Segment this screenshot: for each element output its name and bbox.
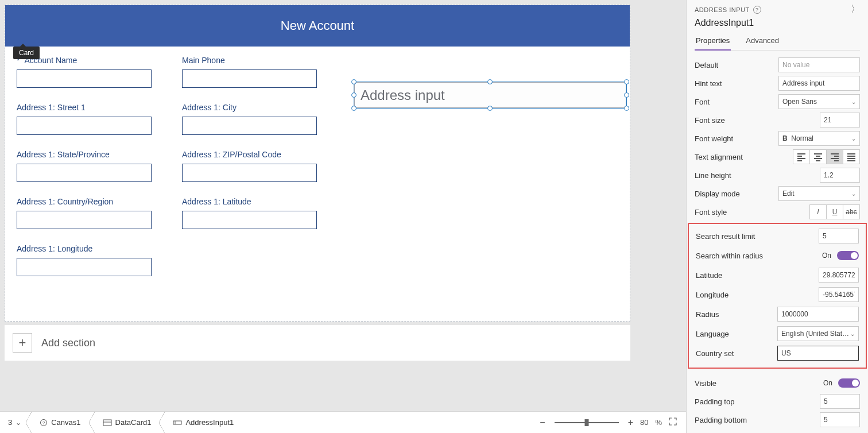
card-icon [103,419,112,426]
prop-displaymode-label: Display mode [695,190,778,198]
resize-handle-s[interactable] [487,106,493,111]
prop-displaymode-select[interactable]: Edit⌄ [778,186,860,201]
highlighted-property-group: Search result limit Search within radius… [688,223,867,369]
prop-hint-label: Hint text [695,79,778,88]
prop-fontstyle-group: I U abc [810,204,860,219]
form-column-2: Main Phone Address 1: City Address 1: ZI… [182,56,343,291]
prop-fontsize-input[interactable] [820,113,860,127]
form-card[interactable]: New Account Card *Account Name Address 1… [5,5,630,322]
tab-advanced[interactable]: Advanced [745,33,780,50]
slider-thumb[interactable] [584,419,588,426]
zoom-in-button[interactable]: + [628,417,633,428]
field-street1[interactable]: Address 1: Street 1 [17,103,177,135]
prop-longitude-label: Longitude [696,291,817,299]
svg-rect-4 [173,421,181,424]
italic-button[interactable]: I [809,204,827,219]
breadcrumb-root-label: 3 [8,418,12,427]
resize-handle-ne[interactable] [624,79,629,84]
field-input[interactable] [182,117,317,135]
resize-handle-e[interactable] [624,92,629,98]
underline-button[interactable]: U [826,204,843,219]
prop-lineheight-input[interactable] [820,168,860,183]
align-right-button[interactable] [826,149,843,164]
field-input[interactable] [182,69,317,88]
resize-handle-n[interactable] [487,79,493,84]
prop-default-input[interactable] [778,57,860,72]
prop-padbottom-input[interactable] [820,412,860,427]
prop-hint-input[interactable] [778,76,860,91]
help-icon[interactable]: ? [753,6,761,14]
add-section-button[interactable]: + Add section [5,325,630,361]
fullscreen-icon[interactable] [669,417,677,427]
prop-padbottom-label: Padding bottom [695,416,819,424]
field-input[interactable] [17,211,152,229]
address-input-control[interactable]: Address input [354,82,626,108]
panel-type-label: ADDRESS INPUT [695,6,750,13]
chevron-down-icon: ⌄ [16,419,21,427]
prop-displaymode-value: Edit [782,190,795,198]
prop-longitude-input[interactable] [819,287,859,302]
align-left-button[interactable] [793,149,810,164]
field-account-name[interactable]: *Account Name [17,56,177,88]
form-title: New Account [5,5,630,47]
prop-visible-label: Visible [695,379,778,388]
chevron-right-icon[interactable]: 〉 [851,3,861,16]
field-state[interactable]: Address 1: State/Province [17,150,177,182]
breadcrumb-root[interactable]: 3 ⌄ [0,412,26,433]
prop-radius-input[interactable] [777,307,859,322]
breadcrumb-label: DataCard1 [115,418,152,427]
prop-fontweight-label: Font weight [695,134,778,143]
resize-handle-se[interactable] [624,106,629,111]
prop-radius-label: Radius [696,310,777,319]
zoom-out-button[interactable]: − [540,417,545,428]
prop-language-select[interactable]: English (United States)⌄ [777,326,859,341]
toggle-search-within-radius[interactable] [837,251,859,260]
field-city[interactable]: Address 1: City [182,103,343,135]
prop-textalign-label: Text alignment [695,153,778,161]
prop-font-select[interactable]: Open Sans⌄ [778,94,860,109]
prop-searchlimit-input[interactable] [819,229,859,243]
prop-padtop-input[interactable] [820,394,860,409]
prop-latitude-label: Latitude [696,271,817,280]
field-country[interactable]: Address 1: Country/Region [17,197,177,229]
prop-fontsize-label: Font size [695,116,819,125]
bottom-bar: 3 ⌄ ? Canvas1 DataCard1 AddressInput1 − … [0,411,686,433]
prop-latitude-input[interactable] [819,268,859,283]
resize-handle-sw[interactable] [351,106,356,111]
chevron-down-icon: ⌄ [850,331,855,337]
field-input[interactable] [182,211,317,229]
align-center-button[interactable] [809,149,827,164]
prop-textalign-group [793,149,860,164]
field-longitude[interactable]: Address 1: Longitude [17,244,177,276]
breadcrumb-datacard[interactable]: DataCard1 [95,412,160,433]
field-input[interactable] [17,69,152,88]
prop-fontweight-select[interactable]: B Normal⌄ [778,131,860,146]
input-icon [173,419,182,426]
prop-fontweight-value: B Normal [782,134,813,142]
field-label: Address 1: City [182,103,237,112]
strikethrough-button[interactable]: abc [843,204,860,219]
field-input[interactable] [17,164,152,182]
address-input-placeholder[interactable]: Address input [354,82,626,108]
field-zip[interactable]: Address 1: ZIP/Postal Code [182,150,343,182]
prop-countryset-input[interactable] [777,346,859,361]
resize-handle-nw[interactable] [351,79,356,84]
chevron-down-icon: ⌄ [851,191,856,197]
resize-handle-w[interactable] [351,92,356,98]
field-label: Address 1: ZIP/Postal Code [182,150,281,159]
field-input[interactable] [17,258,152,276]
field-input[interactable] [17,117,152,135]
breadcrumb-label: AddressInput1 [185,418,234,427]
align-justify-button[interactable] [843,149,860,164]
breadcrumb-canvas[interactable]: ? Canvas1 [32,412,88,433]
zoom-value: 80 [640,418,648,427]
toggle-visible[interactable] [838,378,860,388]
field-latitude[interactable]: Address 1: Latitude [182,197,343,229]
zoom-slider[interactable] [552,422,621,423]
prop-font-label: Font [695,98,778,106]
field-mainphone[interactable]: Main Phone [182,56,343,88]
tab-properties[interactable]: Properties [695,33,731,51]
breadcrumb-addressinput[interactable]: AddressInput1 [165,412,242,433]
field-input[interactable] [182,164,317,182]
chevron-down-icon: ⌄ [851,99,856,105]
